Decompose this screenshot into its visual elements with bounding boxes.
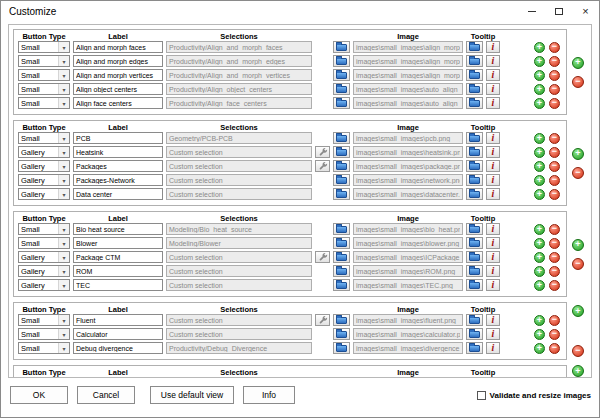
- button-type-select[interactable]: Gallery ▾: [18, 188, 70, 200]
- browse-image-button[interactable]: [466, 314, 483, 326]
- browse-image-button[interactable]: [466, 41, 483, 53]
- button-type-select[interactable]: Small ▾: [18, 132, 70, 144]
- add-row-button[interactable]: [534, 98, 545, 109]
- remove-group-button[interactable]: [572, 76, 584, 88]
- browse-selection-button[interactable]: [333, 69, 350, 81]
- label-input[interactable]: [73, 160, 163, 172]
- remove-row-button[interactable]: [549, 224, 560, 235]
- info-button[interactable]: Info: [243, 386, 295, 404]
- minimize-button[interactable]: [518, 1, 545, 21]
- button-type-select[interactable]: Small ▾: [18, 55, 70, 67]
- tooltip-edit-button[interactable]: i: [486, 132, 500, 144]
- edit-selection-button[interactable]: [315, 251, 330, 263]
- remove-row-button[interactable]: [549, 266, 560, 277]
- edit-selection-button[interactable]: [315, 314, 330, 326]
- button-type-select[interactable]: Small ▾: [18, 342, 70, 354]
- browse-selection-button[interactable]: [333, 342, 350, 354]
- validate-option[interactable]: Validate and resize images: [477, 391, 591, 400]
- browse-image-button[interactable]: [466, 146, 483, 158]
- browse-selection-button[interactable]: [333, 160, 350, 172]
- add-row-button[interactable]: [534, 84, 545, 95]
- label-input[interactable]: [73, 223, 163, 235]
- remove-row-button[interactable]: [549, 161, 560, 172]
- remove-row-button[interactable]: [549, 175, 560, 186]
- add-row-button[interactable]: [534, 343, 545, 354]
- remove-row-button[interactable]: [549, 42, 560, 53]
- browse-image-button[interactable]: [466, 132, 483, 144]
- label-input[interactable]: [73, 132, 163, 144]
- add-row-button[interactable]: [534, 70, 545, 81]
- label-input[interactable]: [73, 41, 163, 53]
- tooltip-edit-button[interactable]: i: [486, 41, 500, 53]
- label-input[interactable]: [73, 237, 163, 249]
- button-type-select[interactable]: Small ▾: [18, 314, 70, 326]
- browse-selection-button[interactable]: [333, 174, 350, 186]
- browse-image-button[interactable]: [466, 377, 483, 378]
- browse-image-button[interactable]: [466, 265, 483, 277]
- button-type-select[interactable]: Small ▾: [18, 223, 70, 235]
- button-type-select[interactable]: Gallery ▾: [18, 146, 70, 158]
- browse-selection-button[interactable]: [333, 265, 350, 277]
- add-group-button[interactable]: [572, 305, 584, 317]
- button-type-select[interactable]: Gallery ▾: [18, 160, 70, 172]
- tooltip-edit-button[interactable]: i: [486, 314, 500, 326]
- tooltip-edit-button[interactable]: i: [486, 328, 500, 340]
- add-row-button[interactable]: [534, 378, 545, 379]
- browse-selection-button[interactable]: [333, 97, 350, 109]
- browse-selection-button[interactable]: [333, 223, 350, 235]
- add-row-button[interactable]: [534, 315, 545, 326]
- remove-row-button[interactable]: [549, 84, 560, 95]
- label-input[interactable]: [73, 265, 163, 277]
- titlebar[interactable]: Customize ×: [1, 1, 599, 21]
- button-type-select[interactable]: Small ▾: [18, 41, 70, 53]
- browse-image-button[interactable]: [466, 160, 483, 172]
- add-row-button[interactable]: [534, 238, 545, 249]
- add-row-button[interactable]: [534, 56, 545, 67]
- tooltip-edit-button[interactable]: i: [486, 342, 500, 354]
- label-input[interactable]: [73, 83, 163, 95]
- add-row-button[interactable]: [534, 147, 545, 158]
- add-row-button[interactable]: [534, 329, 545, 340]
- browse-image-button[interactable]: [466, 188, 483, 200]
- browse-selection-button[interactable]: [333, 314, 350, 326]
- tooltip-edit-button[interactable]: i: [486, 265, 500, 277]
- tooltip-edit-button[interactable]: i: [486, 160, 500, 172]
- tooltip-edit-button[interactable]: i: [486, 377, 500, 378]
- ok-button[interactable]: OK: [10, 386, 68, 404]
- browse-selection-button[interactable]: [333, 188, 350, 200]
- browse-selection-button[interactable]: [333, 237, 350, 249]
- button-type-select[interactable]: Small ▾: [18, 69, 70, 81]
- use-default-view-button[interactable]: Use default view: [150, 386, 234, 404]
- label-input[interactable]: [73, 174, 163, 186]
- button-type-select[interactable]: Small ▾: [18, 377, 70, 378]
- browse-selection-button[interactable]: [333, 377, 350, 378]
- label-input[interactable]: [73, 377, 163, 378]
- button-type-select[interactable]: Small ▾: [18, 237, 70, 249]
- add-row-button[interactable]: [534, 42, 545, 53]
- remove-group-button[interactable]: [572, 258, 584, 270]
- button-type-select[interactable]: Small ▾: [18, 97, 70, 109]
- remove-row-button[interactable]: [549, 343, 560, 354]
- tooltip-edit-button[interactable]: i: [486, 223, 500, 235]
- tooltip-edit-button[interactable]: i: [486, 97, 500, 109]
- add-row-button[interactable]: [534, 133, 545, 144]
- label-input[interactable]: [73, 251, 163, 263]
- remove-row-button[interactable]: [549, 56, 560, 67]
- label-input[interactable]: [73, 146, 163, 158]
- browse-image-button[interactable]: [466, 83, 483, 95]
- browse-selection-button[interactable]: [333, 279, 350, 291]
- validate-checkbox[interactable]: [477, 391, 486, 400]
- remove-row-button[interactable]: [549, 189, 560, 200]
- add-group-button[interactable]: [572, 365, 584, 377]
- maximize-button[interactable]: [545, 1, 572, 21]
- remove-row-button[interactable]: [549, 238, 560, 249]
- add-row-button[interactable]: [534, 224, 545, 235]
- remove-group-button[interactable]: [572, 167, 584, 179]
- browse-image-button[interactable]: [466, 328, 483, 340]
- label-input[interactable]: [73, 97, 163, 109]
- cancel-button[interactable]: Cancel: [77, 386, 135, 404]
- browse-image-button[interactable]: [466, 279, 483, 291]
- label-input[interactable]: [73, 69, 163, 81]
- button-type-select[interactable]: Small ▾: [18, 328, 70, 340]
- browse-selection-button[interactable]: [333, 83, 350, 95]
